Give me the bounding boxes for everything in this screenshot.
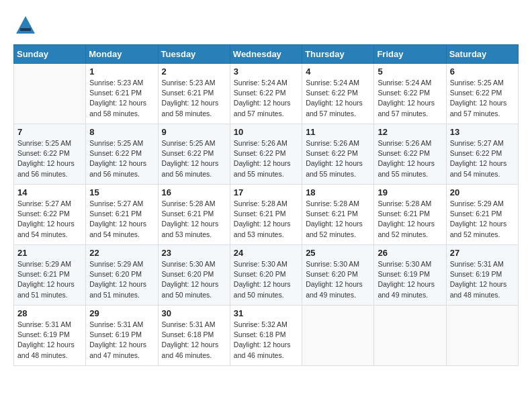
day-number: 27 [450, 248, 515, 258]
calendar-cell: 6Sunrise: 5:25 AM Sunset: 6:22 PM Daylig… [446, 64, 518, 124]
calendar-week-row: 21Sunrise: 5:29 AM Sunset: 6:21 PM Dayli… [14, 245, 519, 306]
day-number: 6 [450, 66, 515, 77]
calendar-cell: 13Sunrise: 5:27 AM Sunset: 6:22 PM Dayli… [446, 124, 518, 185]
day-info: Sunrise: 5:28 AM Sunset: 6:21 PM Dayligh… [234, 199, 298, 240]
calendar-cell: 21Sunrise: 5:29 AM Sunset: 6:21 PM Dayli… [14, 245, 86, 306]
day-number: 1 [89, 66, 154, 77]
day-info: Sunrise: 5:26 AM Sunset: 6:22 PM Dayligh… [234, 138, 298, 179]
day-number: 30 [162, 308, 226, 318]
calendar-cell: 11Sunrise: 5:26 AM Sunset: 6:22 PM Dayli… [302, 124, 374, 185]
day-info: Sunrise: 5:23 AM Sunset: 6:21 PM Dayligh… [89, 78, 154, 119]
day-info: Sunrise: 5:29 AM Sunset: 6:21 PM Dayligh… [17, 259, 82, 300]
calendar-cell: 9Sunrise: 5:25 AM Sunset: 6:22 PM Daylig… [158, 124, 230, 185]
day-info: Sunrise: 5:30 AM Sunset: 6:20 PM Dayligh… [234, 259, 298, 300]
calendar-cell: 24Sunrise: 5:30 AM Sunset: 6:20 PM Dayli… [230, 245, 302, 306]
calendar-cell [374, 306, 446, 366]
day-info: Sunrise: 5:32 AM Sunset: 6:18 PM Dayligh… [234, 320, 298, 361]
calendar-cell: 8Sunrise: 5:25 AM Sunset: 6:22 PM Daylig… [86, 124, 158, 185]
day-info: Sunrise: 5:25 AM Sunset: 6:22 PM Dayligh… [89, 138, 154, 179]
calendar-week-row: 14Sunrise: 5:27 AM Sunset: 6:22 PM Dayli… [14, 185, 519, 245]
day-info: Sunrise: 5:25 AM Sunset: 6:22 PM Dayligh… [450, 78, 515, 119]
weekday-header: Saturday [446, 45, 518, 64]
day-info: Sunrise: 5:31 AM Sunset: 6:19 PM Dayligh… [17, 320, 82, 361]
calendar-cell [446, 306, 518, 366]
day-info: Sunrise: 5:29 AM Sunset: 6:21 PM Dayligh… [450, 199, 515, 240]
calendar-cell: 31Sunrise: 5:32 AM Sunset: 6:18 PM Dayli… [230, 306, 302, 366]
calendar-cell [302, 306, 374, 366]
calendar-cell: 7Sunrise: 5:25 AM Sunset: 6:22 PM Daylig… [14, 124, 86, 185]
calendar-cell: 15Sunrise: 5:27 AM Sunset: 6:21 PM Dayli… [86, 185, 158, 245]
calendar-cell [14, 64, 86, 124]
weekday-header-row: SundayMondayTuesdayWednesdayThursdayFrid… [14, 45, 519, 64]
day-number: 23 [162, 248, 226, 258]
day-number: 18 [306, 187, 370, 197]
day-number: 13 [450, 127, 515, 137]
day-info: Sunrise: 5:27 AM Sunset: 6:22 PM Dayligh… [17, 199, 82, 240]
day-info: Sunrise: 5:24 AM Sunset: 6:22 PM Dayligh… [378, 78, 442, 119]
weekday-header: Tuesday [158, 45, 230, 64]
logo [13, 13, 40, 38]
day-info: Sunrise: 5:28 AM Sunset: 6:21 PM Dayligh… [162, 199, 226, 240]
day-info: Sunrise: 5:31 AM Sunset: 6:19 PM Dayligh… [89, 320, 154, 361]
calendar-cell: 4Sunrise: 5:24 AM Sunset: 6:22 PM Daylig… [302, 64, 374, 124]
day-info: Sunrise: 5:27 AM Sunset: 6:21 PM Dayligh… [89, 199, 154, 240]
weekday-header: Monday [86, 45, 158, 64]
day-info: Sunrise: 5:28 AM Sunset: 6:21 PM Dayligh… [306, 199, 370, 240]
weekday-header: Wednesday [230, 45, 302, 64]
day-info: Sunrise: 5:24 AM Sunset: 6:22 PM Dayligh… [306, 78, 370, 119]
day-info: Sunrise: 5:30 AM Sunset: 6:20 PM Dayligh… [306, 259, 370, 300]
svg-marker-0 [16, 16, 35, 34]
day-info: Sunrise: 5:25 AM Sunset: 6:22 PM Dayligh… [162, 138, 226, 179]
calendar-cell: 30Sunrise: 5:31 AM Sunset: 6:18 PM Dayli… [158, 306, 230, 366]
calendar-cell: 3Sunrise: 5:24 AM Sunset: 6:22 PM Daylig… [230, 64, 302, 124]
calendar-cell: 1Sunrise: 5:23 AM Sunset: 6:21 PM Daylig… [86, 64, 158, 124]
day-number: 22 [89, 248, 154, 258]
calendar-table: SundayMondayTuesdayWednesdayThursdayFrid… [13, 44, 519, 366]
calendar-cell: 27Sunrise: 5:31 AM Sunset: 6:19 PM Dayli… [446, 245, 518, 306]
calendar-cell: 16Sunrise: 5:28 AM Sunset: 6:21 PM Dayli… [158, 185, 230, 245]
calendar-week-row: 1Sunrise: 5:23 AM Sunset: 6:21 PM Daylig… [14, 64, 519, 124]
calendar-cell: 22Sunrise: 5:29 AM Sunset: 6:20 PM Dayli… [86, 245, 158, 306]
day-number: 9 [162, 127, 226, 137]
day-number: 14 [17, 187, 82, 197]
calendar-cell: 10Sunrise: 5:26 AM Sunset: 6:22 PM Dayli… [230, 124, 302, 185]
weekday-header: Friday [374, 45, 446, 64]
day-info: Sunrise: 5:31 AM Sunset: 6:19 PM Dayligh… [450, 259, 515, 300]
calendar-cell: 19Sunrise: 5:28 AM Sunset: 6:21 PM Dayli… [374, 185, 446, 245]
day-number: 25 [306, 248, 370, 258]
day-number: 15 [89, 187, 154, 197]
day-number: 17 [234, 187, 298, 197]
day-info: Sunrise: 5:30 AM Sunset: 6:20 PM Dayligh… [162, 259, 226, 300]
day-number: 11 [306, 127, 370, 137]
svg-rect-1 [20, 28, 31, 31]
weekday-header: Sunday [14, 45, 86, 64]
day-info: Sunrise: 5:26 AM Sunset: 6:22 PM Dayligh… [378, 138, 442, 179]
day-number: 7 [17, 127, 82, 137]
weekday-header: Thursday [302, 45, 374, 64]
calendar-week-row: 7Sunrise: 5:25 AM Sunset: 6:22 PM Daylig… [14, 124, 519, 185]
day-number: 16 [162, 187, 226, 197]
day-number: 10 [234, 127, 298, 137]
day-number: 2 [162, 66, 226, 77]
day-number: 8 [89, 127, 154, 137]
day-info: Sunrise: 5:24 AM Sunset: 6:22 PM Dayligh… [234, 78, 298, 119]
day-info: Sunrise: 5:31 AM Sunset: 6:18 PM Dayligh… [162, 320, 226, 361]
day-info: Sunrise: 5:25 AM Sunset: 6:22 PM Dayligh… [17, 138, 82, 179]
day-info: Sunrise: 5:26 AM Sunset: 6:22 PM Dayligh… [306, 138, 370, 179]
calendar-cell: 28Sunrise: 5:31 AM Sunset: 6:19 PM Dayli… [14, 306, 86, 366]
calendar-cell: 12Sunrise: 5:26 AM Sunset: 6:22 PM Dayli… [374, 124, 446, 185]
calendar-cell: 29Sunrise: 5:31 AM Sunset: 6:19 PM Dayli… [86, 306, 158, 366]
day-info: Sunrise: 5:23 AM Sunset: 6:21 PM Dayligh… [162, 78, 226, 119]
calendar-cell: 23Sunrise: 5:30 AM Sunset: 6:20 PM Dayli… [158, 245, 230, 306]
calendar-cell: 5Sunrise: 5:24 AM Sunset: 6:22 PM Daylig… [374, 64, 446, 124]
day-number: 24 [234, 248, 298, 258]
day-number: 19 [378, 187, 442, 197]
day-number: 28 [17, 308, 82, 318]
calendar-cell: 26Sunrise: 5:30 AM Sunset: 6:19 PM Dayli… [374, 245, 446, 306]
day-info: Sunrise: 5:29 AM Sunset: 6:20 PM Dayligh… [89, 259, 154, 300]
calendar-cell: 14Sunrise: 5:27 AM Sunset: 6:22 PM Dayli… [14, 185, 86, 245]
calendar-cell: 18Sunrise: 5:28 AM Sunset: 6:21 PM Dayli… [302, 185, 374, 245]
day-number: 3 [234, 66, 298, 77]
day-info: Sunrise: 5:28 AM Sunset: 6:21 PM Dayligh… [378, 199, 442, 240]
day-number: 26 [378, 248, 442, 258]
